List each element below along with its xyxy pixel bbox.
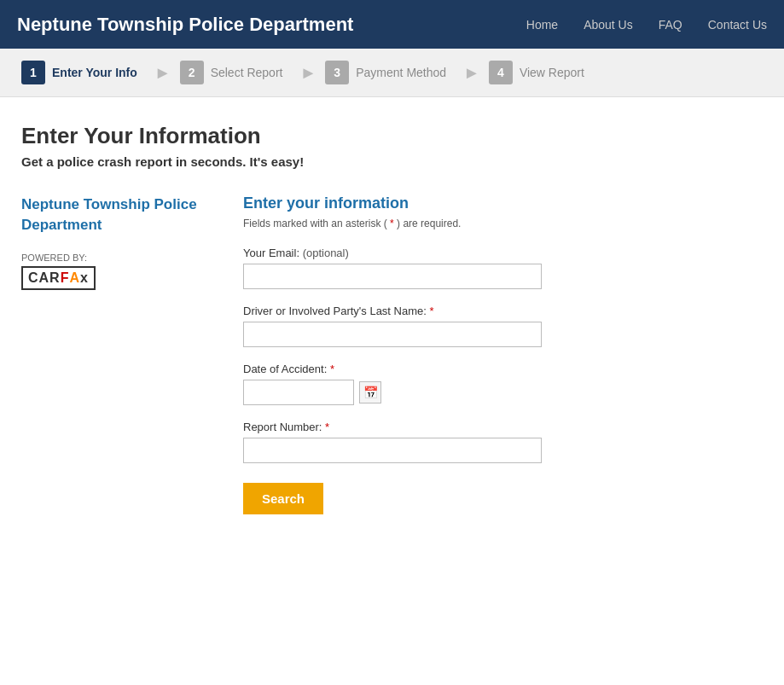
search-button[interactable]: Search: [243, 483, 323, 514]
step-4-label: View Report: [520, 66, 584, 79]
date-row: 📅: [243, 380, 763, 405]
date-input[interactable]: [243, 380, 354, 405]
header: Neptune Township Police Department Home …: [0, 0, 784, 49]
step-2-number: 2: [180, 61, 204, 84]
required-note-text2: ) are required.: [394, 218, 462, 229]
left-column: Neptune Township Police Department POWER…: [21, 194, 209, 514]
email-label-text: Your Email:: [243, 247, 299, 259]
last-name-group: Driver or Involved Party's Last Name: *: [243, 305, 763, 347]
nav-about[interactable]: About Us: [584, 18, 633, 32]
date-label: Date of Accident: *: [243, 363, 763, 375]
report-number-label-text: Report Number:: [243, 421, 322, 433]
form-section-title: Enter your information: [243, 194, 763, 212]
nav-contact[interactable]: Contact Us: [708, 18, 767, 32]
right-column: Enter your information Fields marked wit…: [243, 194, 763, 514]
step-4[interactable]: 4 View Report: [485, 61, 597, 84]
step-arrow-2: ►: [299, 63, 317, 83]
email-optional-text: (optional): [303, 247, 349, 259]
step-3[interactable]: 3 Payment Method: [321, 61, 459, 84]
nav-faq[interactable]: FAQ: [659, 18, 682, 32]
last-name-label-text: Driver or Involved Party's Last Name:: [243, 305, 427, 317]
carfax-x: x: [80, 270, 89, 286]
two-column-layout: Neptune Township Police Department POWER…: [21, 194, 763, 514]
carfax-logo: CARFAx: [21, 266, 96, 290]
carfax-f: F: [61, 270, 70, 286]
department-name: Neptune Township Police Department: [21, 194, 209, 235]
report-number-required-star: *: [325, 421, 329, 433]
last-name-input[interactable]: [243, 322, 542, 347]
nav-home[interactable]: Home: [526, 18, 558, 32]
date-label-text: Date of Accident:: [243, 363, 327, 375]
last-name-label: Driver or Involved Party's Last Name: *: [243, 305, 763, 317]
step-arrow-1: ►: [154, 63, 171, 83]
step-4-number: 4: [489, 61, 513, 84]
step-1-label: Enter Your Info: [52, 66, 137, 79]
step-3-number: 3: [325, 61, 349, 84]
carfax-ax: A: [69, 270, 80, 286]
page-subtitle: Get a police crash report in seconds. It…: [21, 154, 763, 169]
site-title: Neptune Township Police Department: [17, 14, 526, 36]
step-3-label: Payment Method: [356, 66, 446, 79]
required-note: Fields marked with an asterisk ( * ) are…: [243, 218, 763, 229]
powered-by-label: POWERED BY:: [21, 253, 209, 263]
main-content: Enter Your Information Get a police cras…: [0, 97, 784, 540]
report-number-group: Report Number: *: [243, 421, 763, 463]
carfax-car: CAR: [28, 270, 61, 286]
required-note-text1: Fields marked with an asterisk (: [243, 218, 390, 229]
email-input[interactable]: [243, 264, 542, 289]
step-1[interactable]: 1 Enter Your Info: [17, 61, 150, 84]
date-group: Date of Accident: * 📅: [243, 363, 763, 405]
step-arrow-3: ►: [463, 63, 480, 83]
last-name-required-star: *: [430, 305, 434, 317]
page-title: Enter Your Information: [21, 123, 763, 149]
step-2-label: Select Report: [211, 66, 283, 79]
step-2[interactable]: 2 Select Report: [176, 61, 296, 84]
report-number-input[interactable]: [243, 438, 542, 463]
report-number-label: Report Number: *: [243, 421, 763, 433]
email-group: Your Email: (optional): [243, 247, 763, 289]
date-required-star: *: [330, 363, 334, 375]
step-1-number: 1: [21, 61, 45, 84]
main-nav: Home About Us FAQ Contact Us: [526, 18, 767, 32]
steps-bar: 1 Enter Your Info ► 2 Select Report ► 3 …: [0, 49, 784, 97]
email-label: Your Email: (optional): [243, 247, 763, 259]
calendar-icon[interactable]: 📅: [359, 381, 381, 403]
